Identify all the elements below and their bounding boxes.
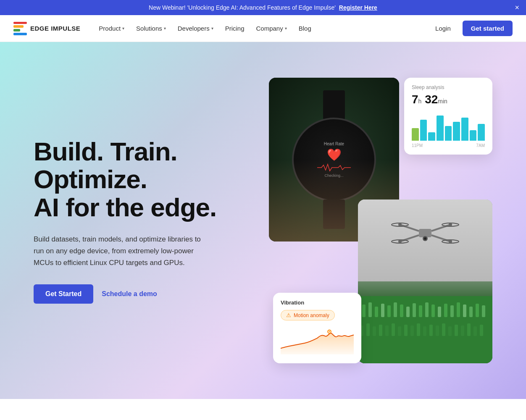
svg-rect-37 xyxy=(366,323,370,336)
sleep-bar xyxy=(437,116,444,141)
warning-icon: ⚠ xyxy=(286,312,291,318)
navbar: EDGE IMPULSE Product ▾ Solutions ▾ Devel… xyxy=(0,15,526,42)
chevron-down-icon: ▾ xyxy=(285,26,287,31)
svg-rect-28 xyxy=(438,307,441,317)
svg-line-4 xyxy=(431,235,450,242)
hero-heading: Build. Train. Optimize. AI for the edge. xyxy=(34,138,252,222)
svg-point-14 xyxy=(424,237,426,240)
sleep-bar xyxy=(461,118,468,141)
hero-ctas: Get Started Schedule a demo xyxy=(34,284,252,304)
sleep-minutes: 32 xyxy=(425,93,438,106)
vibration-chart xyxy=(281,326,354,355)
svg-point-58 xyxy=(329,331,330,332)
nav-blog-label: Blog xyxy=(299,25,311,32)
hero-heading-line2: Optimize. xyxy=(34,165,147,194)
svg-rect-51 xyxy=(455,325,458,336)
svg-rect-20 xyxy=(387,305,391,317)
svg-rect-41 xyxy=(392,323,395,336)
drone-card xyxy=(358,200,492,363)
svg-line-3 xyxy=(400,235,419,242)
vibration-card: Vibration ⚠ Motion anomaly xyxy=(273,293,361,363)
heart-rate-label: Heart Rate xyxy=(324,142,344,146)
svg-point-10 xyxy=(449,223,452,226)
svg-rect-33 xyxy=(469,307,473,317)
nav-pricing[interactable]: Pricing xyxy=(220,21,250,35)
svg-rect-53 xyxy=(467,323,471,336)
hero-schedule-demo-link[interactable]: Schedule a demo xyxy=(102,290,157,298)
svg-rect-31 xyxy=(457,302,460,317)
sleep-bar xyxy=(453,122,460,141)
svg-rect-21 xyxy=(394,302,397,317)
hero-visuals: Heart Rate ❤️ Checking... xyxy=(269,78,492,363)
hero-heading-line1: Build. Train. xyxy=(34,137,177,166)
chevron-down-icon: ▾ xyxy=(122,26,124,31)
sleep-analysis-card: Sleep analysis 7h 32min 11PM 7AM xyxy=(404,78,492,155)
motion-anomaly-label: Motion anomaly xyxy=(294,312,329,318)
chevron-down-icon: ▾ xyxy=(211,26,213,31)
svg-rect-35 xyxy=(482,305,485,317)
svg-rect-22 xyxy=(400,304,403,317)
logo-bar-red xyxy=(13,22,27,24)
nav-product[interactable]: Product ▾ xyxy=(94,21,129,35)
svg-rect-25 xyxy=(419,305,422,317)
nav-links: Product ▾ Solutions ▾ Developers ▾ Prici… xyxy=(94,21,430,35)
svg-rect-17 xyxy=(368,302,372,317)
svg-rect-34 xyxy=(476,304,479,317)
sleep-card-title: Sleep analysis xyxy=(412,84,485,90)
logo-bar-green xyxy=(13,29,20,32)
nav-company-label: Company xyxy=(256,25,283,32)
svg-rect-18 xyxy=(375,307,378,317)
nav-company[interactable]: Company ▾ xyxy=(251,21,292,35)
svg-rect-42 xyxy=(398,326,401,336)
svg-rect-50 xyxy=(448,326,452,336)
announcement-link[interactable]: Register Here xyxy=(339,4,377,11)
watch-status: Checking... xyxy=(324,173,343,178)
motion-anomaly-badge: ⚠ Motion anomaly xyxy=(281,310,335,320)
nav-solutions[interactable]: Solutions ▾ xyxy=(131,21,171,35)
hero-description: Build datasets, train models, and optimi… xyxy=(34,234,210,269)
logo-text: EDGE IMPULSE xyxy=(30,25,80,32)
svg-rect-26 xyxy=(425,302,429,317)
svg-rect-44 xyxy=(410,326,414,336)
announcement-bar: New Webinar! 'Unlocking Edge AI: Advance… xyxy=(0,0,526,15)
sleep-bar xyxy=(420,120,427,141)
sleep-hours: 7 xyxy=(412,93,418,106)
hero-get-started-button[interactable]: Get Started xyxy=(34,284,93,304)
login-button[interactable]: Login xyxy=(430,21,456,35)
svg-point-11 xyxy=(398,240,402,243)
sleep-bar xyxy=(478,124,485,141)
hero-heading-line3: AI for the edge. xyxy=(34,193,216,222)
hero-content: Build. Train. Optimize. AI for the edge.… xyxy=(34,138,252,304)
nav-product-label: Product xyxy=(99,25,121,32)
svg-rect-27 xyxy=(431,304,435,317)
plant-illustration xyxy=(358,296,492,363)
nav-blog[interactable]: Blog xyxy=(294,21,316,35)
svg-rect-43 xyxy=(404,325,408,336)
logo-bar-yellow xyxy=(13,25,24,28)
svg-rect-46 xyxy=(423,326,426,336)
svg-rect-39 xyxy=(379,325,382,336)
svg-rect-55 xyxy=(480,325,483,336)
chevron-down-icon: ▾ xyxy=(164,26,166,31)
svg-rect-38 xyxy=(373,326,376,336)
sleep-time-start: 11PM xyxy=(412,143,423,148)
vibration-card-title: Vibration xyxy=(281,299,354,306)
heart-wave-chart xyxy=(317,163,351,172)
sleep-bar xyxy=(428,132,435,141)
nav-developers-label: Developers xyxy=(178,25,210,32)
svg-rect-16 xyxy=(362,304,366,317)
sleep-bar xyxy=(412,128,419,141)
svg-rect-30 xyxy=(450,305,454,317)
logo[interactable]: EDGE IMPULSE xyxy=(13,22,80,35)
svg-rect-23 xyxy=(406,307,410,317)
svg-point-12 xyxy=(449,240,452,243)
nav-developers[interactable]: Developers ▾ xyxy=(173,21,218,35)
svg-rect-40 xyxy=(385,326,389,336)
watch-face: Heart Rate ❤️ Checking... xyxy=(292,118,376,202)
sleep-times: 11PM 7AM xyxy=(412,143,485,148)
drone-illustration xyxy=(387,208,463,258)
get-started-nav-button[interactable]: Get started xyxy=(463,21,513,36)
announcement-close-button[interactable]: × xyxy=(515,4,519,11)
svg-rect-32 xyxy=(463,304,466,317)
svg-line-2 xyxy=(431,225,450,231)
